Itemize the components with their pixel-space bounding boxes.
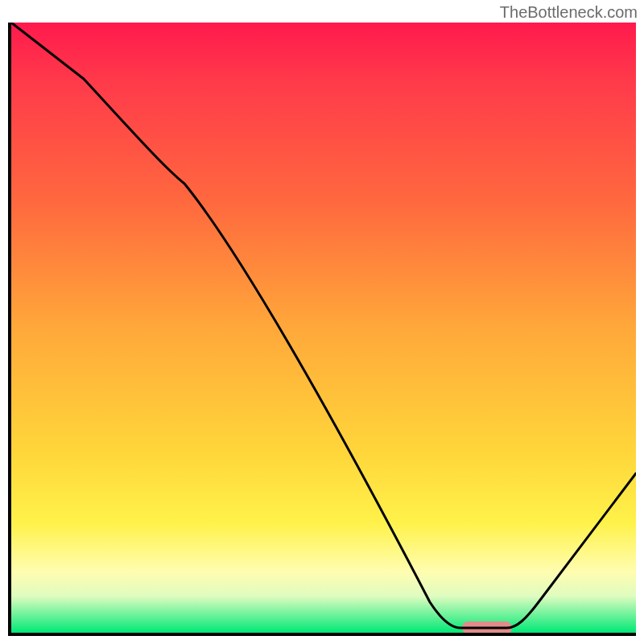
- watermark-text: TheBottleneck.com: [500, 3, 638, 22]
- plot-area: [8, 23, 636, 636]
- chart-container: TheBottleneck.com: [0, 0, 644, 644]
- bottleneck-curve: [11, 23, 636, 633]
- curve-path: [11, 23, 636, 628]
